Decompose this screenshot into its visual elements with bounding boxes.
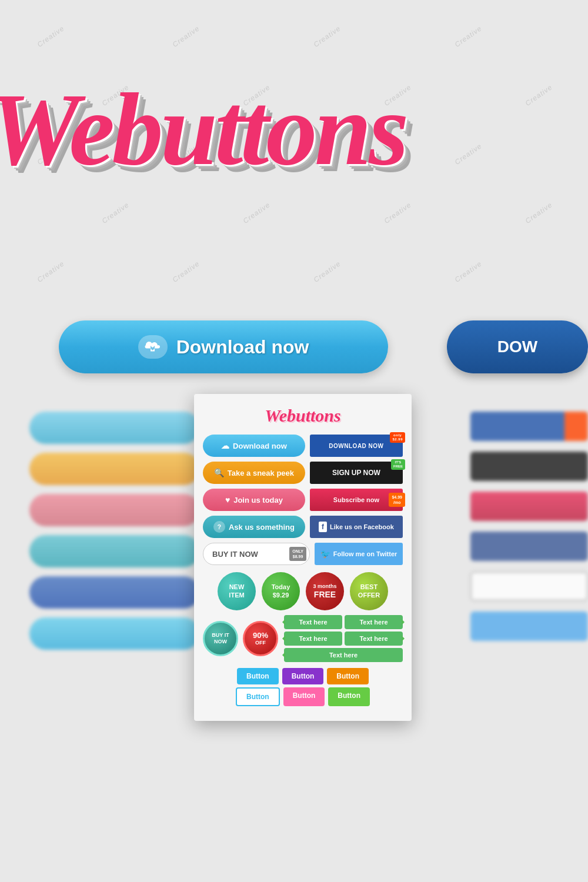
new-item-badge[interactable]: NEW ITEM: [218, 572, 256, 610]
hero-darkblue-label: DOW: [497, 338, 537, 356]
heart-icon: ♥: [225, 495, 230, 505]
ask-something-label: Ask us something: [229, 523, 295, 532]
small-btn-cyan[interactable]: Button: [237, 668, 279, 684]
bg-blur-buttons-right: [470, 412, 588, 641]
card-row-3: ♥ Join us today Subscribe now $4.99/mo: [203, 489, 403, 511]
buy-it-now-circle-badge[interactable]: BUY IT NOW: [203, 621, 238, 656]
buy-it-now-button[interactable]: BUY IT NOW ONLY$8.99: [203, 543, 310, 565]
90off-badge[interactable]: 90% OFF: [243, 621, 278, 656]
speech-btn-3[interactable]: Text here: [284, 632, 342, 646]
speech-bubbles-group: Text here Text here Text here Text here …: [284, 615, 403, 662]
download-now-sq-button[interactable]: DOWNLOAD NOW only$2.99: [310, 435, 403, 457]
card-row-badges-speech: BUY IT NOW 90% OFF Text here Text here T…: [203, 615, 403, 662]
card-row-4: ? Ask us something f Like us on Facebook: [203, 516, 403, 538]
card-row-2: 🔍 Take a sneak peek SIGN UP NOW IT'SFREE: [203, 462, 403, 484]
free-badge: IT'SFREE: [391, 459, 405, 470]
small-btn-orange[interactable]: Button: [327, 668, 369, 684]
twitter-icon: 🐦: [320, 549, 330, 559]
join-today-button[interactable]: ♥ Join us today: [203, 489, 305, 511]
follow-twitter-label: Follow me on Twitter: [333, 550, 397, 557]
subscribe-now-button[interactable]: Subscribe now $4.99/mo: [310, 489, 403, 511]
cloud-download-icon: [138, 335, 168, 359]
subscribe-price: $4.99/mo: [389, 493, 405, 507]
ask-something-button[interactable]: ? Ask us something: [203, 516, 305, 538]
speech-btn-4[interactable]: Text here: [345, 632, 403, 646]
chat-icon: ?: [213, 521, 225, 533]
best-offer-badge[interactable]: BEST OFFER: [350, 572, 388, 610]
like-facebook-label: Like us on Facebook: [330, 523, 394, 530]
card-row-5: BUY IT NOW ONLY$8.99 🐦 Follow me on Twit…: [203, 543, 403, 565]
cloud-icon: ☁: [221, 441, 229, 450]
subscribe-now-label: Subscribe now: [333, 496, 379, 503]
sneak-peek-button[interactable]: 🔍 Take a sneak peek: [203, 462, 305, 484]
speech-btn-1[interactable]: Text here: [284, 615, 342, 629]
circle-badges-row1: NEW ITEM Today $9.29 3 months FREE BEST …: [203, 572, 403, 610]
download-now-sq-label: DOWNLOAD NOW: [329, 443, 383, 449]
speech-btn-2[interactable]: Text here: [345, 615, 403, 629]
webuttons-card: Webuttons ☁ Download now DOWNLOAD NOW on…: [194, 394, 412, 721]
card-title: Webuttons: [203, 406, 403, 426]
hero-download-button[interactable]: Download now: [59, 320, 388, 373]
hero-darkblue-button[interactable]: DOW: [447, 320, 588, 373]
hero-title: Webuttons: [0, 71, 406, 189]
small-btn-purple[interactable]: Button: [282, 668, 324, 684]
only-price-badge: ONLY$8.99: [289, 547, 306, 561]
hero-download-label: Download now: [176, 336, 309, 358]
small-buttons-row2: Button Button Button: [203, 687, 403, 706]
download-now-label: Download now: [233, 442, 287, 450]
facebook-icon: f: [319, 522, 327, 532]
3months-free-badge[interactable]: 3 months FREE: [306, 572, 344, 610]
bg-blur-buttons-left: [29, 412, 200, 650]
small-btn-green[interactable]: Button: [328, 687, 370, 706]
like-facebook-button[interactable]: f Like us on Facebook: [310, 516, 403, 538]
small-btn-cyan-outline[interactable]: Button: [236, 687, 280, 706]
sign-up-button[interactable]: SIGN UP NOW IT'SFREE: [310, 462, 403, 484]
speech-btn-5[interactable]: Text here: [284, 648, 403, 662]
only-badge: only$2.99: [390, 432, 405, 443]
sign-up-label: SIGN UP NOW: [332, 469, 380, 477]
follow-twitter-button[interactable]: 🐦 Follow me on Twitter: [315, 543, 403, 565]
today-price-badge[interactable]: Today $9.29: [262, 572, 300, 610]
sneak-peek-label: Take a sneak peek: [228, 469, 294, 477]
small-buttons-row1: Button Button Button: [203, 668, 403, 684]
search-icon: 🔍: [214, 468, 224, 477]
card-row-1: ☁ Download now DOWNLOAD NOW only$2.99: [203, 435, 403, 457]
svg-marker-0: [151, 349, 155, 352]
small-btn-pink[interactable]: Button: [283, 687, 325, 706]
buy-it-now-label: BUY IT NOW: [212, 550, 258, 559]
download-now-button[interactable]: ☁ Download now: [203, 435, 305, 457]
join-today-label: Join us today: [233, 496, 283, 505]
